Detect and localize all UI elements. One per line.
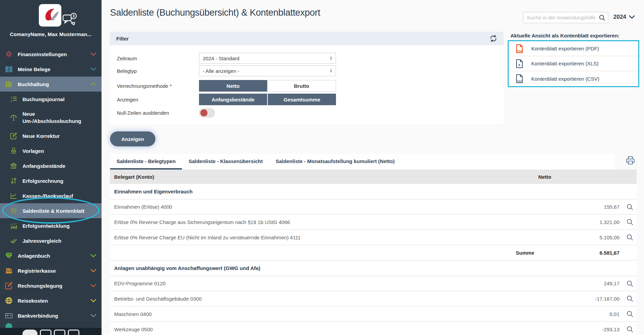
- magnifier-icon[interactable]: [626, 325, 634, 333]
- sidebar-item-jahresvergleich[interactable]: Jahresvergleich: [0, 233, 102, 248]
- company-user-name: ComanyName, Max Musterman...: [0, 31, 102, 37]
- nullzeilen-toggle[interactable]: [199, 108, 215, 117]
- magnifier-icon[interactable]: [626, 310, 634, 318]
- account-label: Erlöse 0% Reverse Charge EU (Nicht im In…: [114, 235, 637, 240]
- export-xls-label: Kontenblatt exportieren (XLS): [531, 61, 599, 66]
- export-pdf-label: Kontenblatt exportieren (PDF): [531, 46, 599, 51]
- sidebar-item-registrierkasse[interactable]: Registrierkasse: [0, 263, 102, 278]
- belegtyp-label: Belegtyp: [117, 68, 199, 74]
- account-label: Maschinen 0400: [114, 311, 637, 317]
- sidebar-item-neue-um-abschlussbuchung[interactable]: Neue Um-/Abschlussbuchung: [0, 107, 102, 128]
- double-check-icon: [10, 237, 18, 244]
- sidebar-item-reisekosten[interactable]: Reisekosten: [0, 293, 102, 308]
- search-input[interactable]: [523, 15, 598, 20]
- gesamtsumme-toggle-button[interactable]: Gesamtsumme: [268, 94, 336, 105]
- help-search: [523, 12, 608, 23]
- page-title: Saldenliste (Buchungsübersicht) & Konten…: [110, 7, 320, 18]
- filter-title: Filter: [116, 36, 489, 42]
- sidebar-nav: Finanzeinstellungen Meine Belege: [0, 47, 102, 323]
- tab-saldenliste-monatsaufstellung[interactable]: Saldenliste - Monatsaufstellung kumulier…: [269, 154, 401, 170]
- edit-icon: [5, 282, 13, 289]
- sidebar-item-finanzeinstellungen[interactable]: Finanzeinstellungen: [0, 47, 102, 62]
- magnifier-icon[interactable]: [626, 218, 634, 226]
- sidebar-item-buchungsjournal[interactable]: 1 2 Buchungsjournal: [0, 92, 102, 107]
- anzeigen-label: Anzeigen: [117, 97, 199, 102]
- account-label: Betriebs- und Geschäftsgebäude 0300: [114, 296, 637, 302]
- magnifier-icon[interactable]: [626, 280, 634, 287]
- sidebar-item-buchhaltung[interactable]: Buchhaltung: [0, 77, 102, 92]
- sidebar-item-label: Neue Korrektur: [22, 132, 60, 140]
- sidebar-item-saldenliste-kontenblatt[interactable]: Saldenliste & Kontenblatt: [0, 203, 102, 218]
- sidebar-item-kassen-bankverlauf[interactable]: Kassen-/Bankverlauf: [0, 188, 102, 203]
- group-label: Anlagen unabhängig vom Anschaffungswert …: [114, 265, 637, 271]
- table-row: Maschinen 0400 0,01: [110, 306, 637, 322]
- magnifier-icon[interactable]: [626, 203, 634, 211]
- sidebar-item-rechnungslegung[interactable]: Rechnungslegung: [0, 278, 102, 293]
- netto-value: -17.167,00: [595, 296, 619, 302]
- print-icon[interactable]: [626, 156, 635, 165]
- sidebar-item-erfolgsrechnung[interactable]: Erfolgsrechnung: [0, 173, 102, 188]
- sidebar-item-bankverbindung[interactable]: Bankverbindung: [0, 308, 102, 323]
- svg-text:1: 1: [11, 96, 12, 99]
- bar-chart-icon: [10, 222, 18, 229]
- tab-saldenliste-belegtypen[interactable]: Saldenliste - Belegtypen: [110, 154, 182, 170]
- search-icon[interactable]: [598, 14, 606, 21]
- brutto-toggle-button[interactable]: Brutto: [267, 80, 336, 92]
- sidebar-item-label: Rechnungslegung: [18, 282, 62, 289]
- group-label: Einnahmen und Eigenverbrauch: [114, 189, 637, 194]
- filter-panel: Filter Zeitraum 2024 - Standard ▲▼ Beleg…: [110, 32, 504, 124]
- xls-file-icon: x: [516, 59, 524, 68]
- sidebar-item-neue-korrektur[interactable]: Neue Korrektur: [0, 128, 102, 143]
- sidebar-item-label: Jahresvergleich: [22, 237, 61, 244]
- layers-icon: [10, 207, 18, 214]
- table-group-row: Einnahmen und Eigenverbrauch: [110, 184, 637, 199]
- sidebar-item-erfolgsentwicklung[interactable]: Erfolgsentwicklung: [0, 218, 102, 233]
- table-row: Betriebs- und Geschäftsgebäude 0300 -17.…: [110, 291, 637, 306]
- edit-icon: [10, 132, 18, 139]
- sidebar-item-meine-belege[interactable]: Meine Belege: [0, 62, 102, 77]
- table-row: Erlöse 0% Reverse Charge EU (Nicht im In…: [110, 230, 637, 245]
- magnifier-icon[interactable]: [626, 295, 634, 303]
- table-row: Erlöse 0% Reverse Charge aus Sicherungse…: [110, 214, 637, 230]
- sidebar: 3 ComanyName, Max Musterman... Finanzein…: [0, 0, 102, 335]
- pdf-file-icon: PDF: [516, 44, 524, 53]
- svg-text:2: 2: [11, 99, 12, 102]
- anzeigen-submit-button[interactable]: Anzeigen: [110, 131, 155, 146]
- cash-register-icon: [5, 267, 13, 274]
- year-dropdown[interactable]: 2024: [613, 14, 635, 20]
- csv-file-icon: CSV: [516, 74, 524, 83]
- zeitraum-select[interactable]: 2024 - Standard ▲▼: [199, 53, 336, 64]
- svg-text:x: x: [518, 63, 521, 67]
- netto-value: -293,13: [602, 326, 619, 332]
- gear-icon: [5, 50, 13, 58]
- sidebar-item-label: Bankverbindung: [18, 312, 58, 319]
- export-xls-button[interactable]: x Kontenblatt exportieren (XLS): [509, 56, 638, 71]
- chevron-down-icon: [91, 68, 96, 71]
- netto-value: 1.321,00: [600, 219, 619, 225]
- belegtyp-select[interactable]: - Alle anzeigen - ▲▼: [199, 65, 336, 76]
- netto-toggle-button[interactable]: Netto: [199, 80, 267, 92]
- tab-saldenliste-klassenuebersicht[interactable]: Saldenliste - Klassenübersicht: [182, 154, 269, 170]
- sidebar-item-anfangsbestaende[interactable]: Anfangsbestände: [0, 158, 102, 173]
- stamp-icon: [10, 147, 18, 154]
- chat-notifications[interactable]: 3: [62, 13, 77, 27]
- table-row: Werkzeuge 0500 -293,13: [110, 322, 637, 335]
- sidebar-item-label: Anfangsbestände: [22, 162, 65, 170]
- diamond-icon: [5, 252, 13, 259]
- refresh-icon[interactable]: [489, 34, 497, 43]
- bank-icon: [10, 162, 18, 169]
- sidebar-item-vorlagen[interactable]: Vorlagen: [0, 143, 102, 158]
- export-heading: Aktuelle Ansicht als Kontenblatt exporti…: [510, 33, 619, 38]
- export-pdf-button[interactable]: PDF Kontenblatt exportieren (PDF): [509, 41, 638, 56]
- netto-value: 0,01: [610, 311, 619, 317]
- column-header-belegart: Belegart (Konto): [114, 174, 538, 180]
- app-logo[interactable]: [39, 4, 61, 27]
- sidebar-item-label: Registrierkasse: [18, 267, 56, 274]
- chevron-down-icon: [91, 314, 96, 317]
- magnifier-icon[interactable]: [626, 234, 634, 241]
- anfangsbestaende-toggle-button[interactable]: Anfangsbestände: [199, 94, 268, 105]
- sidebar-item-anlagenbuch[interactable]: Anlagenbuch: [0, 248, 102, 263]
- select-arrows-icon: ▲▼: [330, 69, 332, 73]
- export-csv-button[interactable]: CSV Kontenblatt exportieren (CSV): [509, 71, 638, 86]
- sidebar-item-label: Anlagenbuch: [18, 252, 50, 259]
